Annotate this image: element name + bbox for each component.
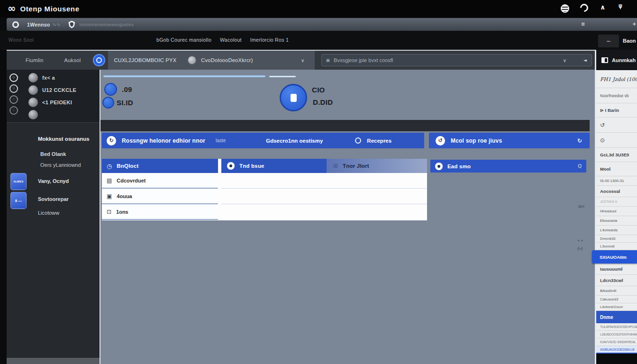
panel-subtitle: Tnor Jlort	[343, 163, 369, 169]
detail-header-primary[interactable]: Tnd bsue	[221, 159, 327, 173]
user-status-icon[interactable]	[9, 95, 18, 104]
list-item-label: ⊙	[600, 137, 605, 144]
list-item[interactable]: BAso0n4l	[596, 286, 637, 296]
menu-item-monitoring[interactable]: bGob Courec mansiollo	[156, 37, 211, 43]
list-item[interactable]: FH1 Jzdol (100	[596, 70, 637, 88]
list-item[interactable]: Aocosval	[596, 186, 637, 197]
status-badge-icon[interactable]	[93, 54, 105, 66]
panel-title: Tnd bsue	[239, 163, 264, 169]
list-item[interactable]: LSEAIDOOS3TENTHIHAKD	[596, 331, 637, 338]
app-logo-icon: ∞	[8, 4, 16, 14]
caret-up-icon[interactable]: ∧	[600, 3, 605, 11]
nav-tile-2[interactable]: 8 —	[10, 192, 27, 209]
primary-stat-button[interactable]	[280, 84, 307, 111]
profile-subtitle-2[interactable]: Oers yLanniownd	[40, 162, 81, 168]
list-item[interactable]: Noorfneedoe vb	[596, 88, 637, 103]
refresh-icon[interactable]	[578, 2, 590, 13]
menu-item-watchlist[interactable]: Wacolout	[220, 37, 242, 43]
list-item[interactable]: IS-00 1300-31	[596, 176, 637, 186]
list-item[interactable]: Mool	[596, 162, 637, 176]
panel-title: Ead smo	[447, 164, 471, 169]
list-item[interactable]: SXIAUOAIIm	[592, 250, 637, 264]
profile-subtitle-1[interactable]: Bed Olank	[40, 151, 66, 157]
branch-icon[interactable]: ⋔	[618, 3, 623, 10]
list-item[interactable]: TULAPAHS3OOSEHPCADO	[596, 323, 637, 331]
detail-header-secondary[interactable]: ⊞ Tnor Jlort	[327, 159, 427, 173]
list-item-label: Ldcn33cwl	[600, 278, 623, 283]
user-status-icon[interactable]	[9, 106, 18, 115]
list-item[interactable]: L4cmoeds	[596, 226, 637, 235]
list-item[interactable]: JOITIKII II	[596, 197, 637, 207]
list-item[interactable]: ▤ Cdcovrduet	[102, 173, 218, 189]
list-item-label: Cdcovrduet	[117, 178, 146, 183]
list-item-label: Noorfneedoe vb	[600, 93, 629, 98]
search-field[interactable]: ▣ ∨ ◄	[321, 54, 592, 66]
globe-icon[interactable]	[561, 4, 569, 13]
list-item[interactable]: ▣ 4ouua	[102, 189, 218, 204]
collapse-button[interactable]: ∼	[598, 35, 619, 47]
filter-dropdown-primary[interactable]: CUXL2JOBOMBOIC PYX	[114, 57, 176, 63]
user-row[interactable]: <1 PEIOEKI	[28, 96, 76, 109]
status-ring-icon[interactable]	[355, 137, 361, 144]
list-item[interactable]: ⊡ 1ons	[102, 204, 218, 220]
search-input[interactable]	[334, 57, 563, 63]
list-item[interactable]: ⊙	[596, 133, 637, 148]
list-item[interactable]: Ebouusna	[596, 216, 637, 226]
dots-icon[interactable]: • •	[577, 238, 583, 243]
profile-title[interactable]: Mokkunst osuranus	[38, 136, 90, 142]
list-item[interactable]: GcL3d 3U3E0	[596, 148, 637, 162]
list-item[interactable]: L3uuuval	[596, 243, 637, 250]
list-item-label: Aocosval	[600, 189, 620, 194]
nav-tile-1-label[interactable]: Vany, Ocnyd	[38, 178, 69, 184]
list-item[interactable]: ASIBUAGS1DEDSM-LB	[596, 346, 637, 354]
tab-second[interactable]: Auksol	[64, 57, 81, 63]
list-item[interactable]: Dnme	[596, 311, 637, 323]
big-stat-line-1: CIO	[312, 86, 325, 94]
stat-icon-2	[102, 97, 114, 109]
user-list: fx< a U12 CCKCLE <1 PEIOEKI	[28, 72, 76, 121]
user-row[interactable]: U12 CCKCLE	[28, 84, 76, 96]
menu-item-interface[interactable]: Imerlorcio Ros 1	[250, 37, 289, 43]
list-item-label: ⊳ I Barin	[600, 108, 619, 113]
load-panel-header: Ead smo Q	[430, 160, 586, 173]
search-back-icon[interactable]: ◄	[583, 58, 587, 63]
main-content: .09 SI.ID CIO D.DID ↻ Rossngw helonor ed…	[100, 70, 595, 364]
list-item[interactable]: ⊳ I Barin	[596, 103, 637, 118]
list-item[interactable]: Dmcrd/d3	[596, 235, 637, 243]
nav-tile-1[interactable]: ALWES	[10, 173, 27, 190]
user-status-icon[interactable]	[9, 73, 18, 82]
list-item[interactable]: Iausuuuml	[596, 264, 637, 275]
tab-first[interactable]: Fiumlin	[26, 57, 44, 63]
banner-right-label[interactable]: Recepres	[367, 138, 391, 144]
share-icon[interactable]: o<	[578, 204, 584, 209]
list-item[interactable]: Cdeusund3	[596, 296, 637, 303]
list-item[interactable]: ↺	[596, 118, 637, 133]
history-icon[interactable]: ↻	[107, 136, 116, 146]
undo-icon[interactable]: ↺	[436, 136, 445, 146]
gear-icon[interactable]: Q	[578, 164, 582, 169]
list-item[interactable]: I4nossuul	[596, 207, 637, 216]
sidebar-footer-label[interactable]: Licotoww	[38, 210, 59, 216]
banner-center-label: Gdsecro1nn oestismy	[266, 138, 323, 144]
bracket-dot-icon[interactable]: (•)	[577, 246, 582, 251]
chevron-down-icon[interactable]: ∨	[301, 58, 304, 63]
list-item[interactable]: LAntorsh2ocvr	[596, 303, 637, 311]
user-row[interactable]: fx< a	[28, 72, 76, 84]
list-item[interactable]: IOAVVSOD SINDIKREAL	[596, 338, 637, 346]
list-item-label: 1ons	[116, 209, 128, 215]
plus-icon[interactable]: +	[632, 21, 637, 27]
list-item-label: TULAPAHS3OOSEHPCADO	[600, 325, 637, 328]
back-button[interactable]: Baon	[623, 38, 636, 44]
stat-value-2: SI.ID	[117, 99, 133, 107]
menu-lines-icon[interactable]: ≡	[581, 21, 585, 27]
search-chevron-icon[interactable]: ∨	[563, 58, 566, 63]
filter-dropdown-secondary[interactable]: CvoDoloooDeoXkrcr)	[201, 57, 253, 63]
nav-tile-2-label[interactable]: Sovtoorepar	[38, 196, 69, 202]
user-avatar-icon[interactable]	[188, 56, 196, 64]
refresh-icon[interactable]: ↻	[577, 137, 582, 144]
list-item[interactable]: Ldcn33cwl	[596, 275, 637, 286]
user-status-icon[interactable]	[9, 84, 18, 93]
user-row[interactable]	[28, 109, 76, 121]
record-icon[interactable]	[12, 21, 19, 28]
secondary-banner: ↺ Mcol sop roe jiuvs ↻	[429, 133, 590, 148]
